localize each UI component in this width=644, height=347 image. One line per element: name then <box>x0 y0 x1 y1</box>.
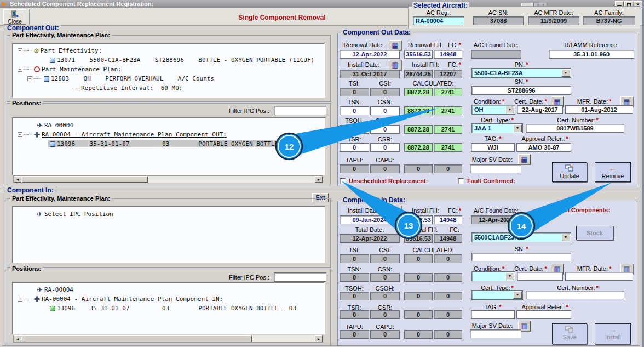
out-filter-input[interactable] <box>274 106 326 115</box>
tree-node-plan-out[interactable]: −RA-00004 - Aircraft Maintenance Plan Co… <box>13 130 324 139</box>
in-condition-dropdown[interactable]: ▼ <box>472 271 515 281</box>
out-sn-field[interactable]: ST288696 <box>472 86 571 95</box>
in-install-date-calendar-button[interactable]: ▦ <box>389 206 401 216</box>
in-approval-field[interactable] <box>516 310 571 319</box>
ac-reg-label: AC Reg.: <box>413 9 464 16</box>
calendar-icon: ▦ <box>521 155 527 163</box>
in-csn-label: CSN: <box>370 266 400 273</box>
tree-item-select-ipc[interactable]: ✈Select IPC Position <box>13 209 324 219</box>
propeller-icon <box>34 132 40 138</box>
out-cert-number-field[interactable]: 0817WB1589 <box>526 124 624 133</box>
csr-field[interactable]: 0 <box>370 143 400 152</box>
calc-tapu-field: 0 <box>404 164 433 173</box>
total-date-field: 12-Apr-2022 <box>340 234 400 243</box>
dropdown-arrow-icon[interactable]: ▼ <box>513 124 522 132</box>
scheduled-component-replacement-window: Scheduled Component Replacement Registra… <box>0 0 644 347</box>
major-sv-calendar-button[interactable]: ▦ <box>518 154 531 164</box>
collapse-icon[interactable]: − <box>18 48 22 53</box>
out-positions-hscrollbar[interactable]: ◄ ► <box>13 175 323 183</box>
save-button[interactable]: Save <box>552 323 587 344</box>
in-filter-input[interactable] <box>274 272 326 282</box>
out-condition-dropdown[interactable]: OH▼ <box>472 105 515 115</box>
ac-reg-field[interactable]: RA-00004 <box>413 16 464 25</box>
out-mfr-date-field[interactable]: 01-Aug-2012 <box>565 105 633 114</box>
tree-item-aircraft[interactable]: ✈RA-00004 <box>13 121 324 130</box>
dropdown-arrow-icon[interactable]: ▼ <box>561 69 570 77</box>
tree-node-plan-in[interactable]: −RA-00004 - Aircraft Maintenance Plan Co… <box>13 294 324 304</box>
dropdown-arrow-icon[interactable]: ▼ <box>513 291 522 299</box>
tree-item-task[interactable]: −12603 OH PERFORM OVERHAUL A/C Counts <box>13 74 324 83</box>
out-tag-field[interactable]: WJI <box>471 143 515 152</box>
dropdown-arrow-icon[interactable]: ▼ <box>505 272 514 280</box>
scroll-left-arrow[interactable]: ◄ <box>14 176 21 183</box>
out-install-fh-field: 26744.25 <box>404 70 433 78</box>
removal-date-calendar-button[interactable]: ▦ <box>389 40 401 50</box>
collapse-icon[interactable]: − <box>18 297 22 302</box>
out-approval-field[interactable]: AMO 30-87 <box>516 143 571 152</box>
calc-csoh-field: 2741 <box>434 125 462 134</box>
tree-node-maintenance-plan[interactable]: −Part Maintenance Plan: <box>13 65 324 74</box>
stock-button[interactable]: Stock <box>576 226 613 240</box>
install-button[interactable]: → Install <box>595 323 631 344</box>
out-positions-title: Positions: <box>10 100 43 107</box>
collapse-icon[interactable]: − <box>27 76 32 81</box>
in-calc-csn-field: 0 <box>434 273 462 282</box>
tree-item-position[interactable]: 13096 35-31-01-07 03 PORTABLE OXYGEN BOT… <box>13 304 324 313</box>
gear-icon: ⚙ <box>33 48 39 54</box>
calendar-icon: ▦ <box>392 61 398 69</box>
tree-item-position-selected[interactable]: 13096 35-31-01-07 03 PORTABLE OXYGEN BOT… <box>13 139 324 149</box>
ac-found-date-label: A/C Found Date: <box>471 42 521 49</box>
out-major-sv-field[interactable] <box>470 164 521 173</box>
csn-field[interactable]: 0 <box>370 106 400 115</box>
tree-label: RA-00004 <box>44 286 73 293</box>
removal-date-field[interactable]: 12-Apr-2022 <box>340 50 400 59</box>
tree-item-part[interactable]: 13071 5500-C1A-BF23A ST288696 BOTTLE - O… <box>13 55 324 65</box>
tree-label: RA-00004 - Aircraft Maintenance Plan Com… <box>42 295 223 303</box>
tree-item-aircraft[interactable]: ✈RA-00004 <box>13 285 324 294</box>
calc-tsi-field: 8872.28 <box>404 88 433 96</box>
in-cert-type-dropdown[interactable]: ▼ <box>472 290 523 300</box>
scroll-right-arrow[interactable]: ► <box>315 335 323 342</box>
close-button[interactable]: Close <box>3 9 26 25</box>
scroll-left-arrow[interactable]: ◄ <box>14 335 21 342</box>
tsoh-label: TSOH: <box>340 117 369 124</box>
update-button[interactable]: Update <box>552 162 587 182</box>
scroll-thumb[interactable] <box>22 335 252 342</box>
out-cert-type-dropdown[interactable]: JAA 1▼ <box>472 123 523 133</box>
csoh-field[interactable]: 0 <box>370 125 400 134</box>
tsoh-field[interactable]: 0 <box>340 125 369 134</box>
in-mfr-date-field[interactable] <box>565 272 633 281</box>
tsr-field[interactable]: 0 <box>340 143 369 152</box>
out-cert-date-field[interactable]: 22-Aug-2017 <box>517 105 563 114</box>
in-install-date-field[interactable]: 09-Jan-2024 <box>340 215 400 224</box>
in-cert-date-field[interactable] <box>517 272 563 281</box>
dropdown-arrow-icon[interactable]: ▼ <box>561 234 570 241</box>
tsn-field[interactable]: 0 <box>340 106 369 115</box>
in-major-sv-field[interactable] <box>470 329 521 338</box>
tree-node-part-effectivity[interactable]: −⚙Part Effectivity: <box>13 46 324 55</box>
removal-fh-field[interactable]: 35616.53 <box>404 50 433 59</box>
required-asterisk: * <box>566 304 568 310</box>
out-pn-dropdown[interactable]: 5500-C1A-BF23A▼ <box>472 68 571 78</box>
dropdown-arrow-icon[interactable]: ▼ <box>505 106 514 113</box>
ri-amm-reference-field[interactable]: 35-31-01-960 <box>549 50 634 59</box>
collapse-icon[interactable]: − <box>18 67 22 72</box>
fault-confirmed-checkbox[interactable] <box>458 178 464 184</box>
remove-button[interactable]: ← Remove <box>595 162 631 182</box>
in-calc-csr-field: 0 <box>434 310 462 319</box>
in-cert-number-field[interactable] <box>526 291 624 299</box>
in-pn-dropdown[interactable]: 5500C1ABF23A▼ <box>472 232 571 242</box>
scroll-thumb[interactable] <box>22 176 148 183</box>
install-date-calendar-button[interactable]: ▦ <box>389 60 401 70</box>
in-tag-field[interactable] <box>471 310 515 319</box>
scroll-right-arrow[interactable]: ► <box>315 176 323 183</box>
collapse-icon[interactable]: − <box>18 132 22 137</box>
in-sn-field[interactable] <box>472 253 571 261</box>
in-install-fc-field[interactable]: 14948 <box>434 215 462 224</box>
tapu-label: TAPU: <box>340 157 369 164</box>
removal-fc-field[interactable]: 14948 <box>434 50 462 59</box>
in-positions-hscrollbar[interactable]: ◄ ► <box>13 335 323 343</box>
unscheduled-replacement-checkbox[interactable] <box>340 178 346 184</box>
in-install-fh-field[interactable]: 35616.53 <box>404 215 433 224</box>
in-calc-csi-field: 0 <box>434 254 462 263</box>
